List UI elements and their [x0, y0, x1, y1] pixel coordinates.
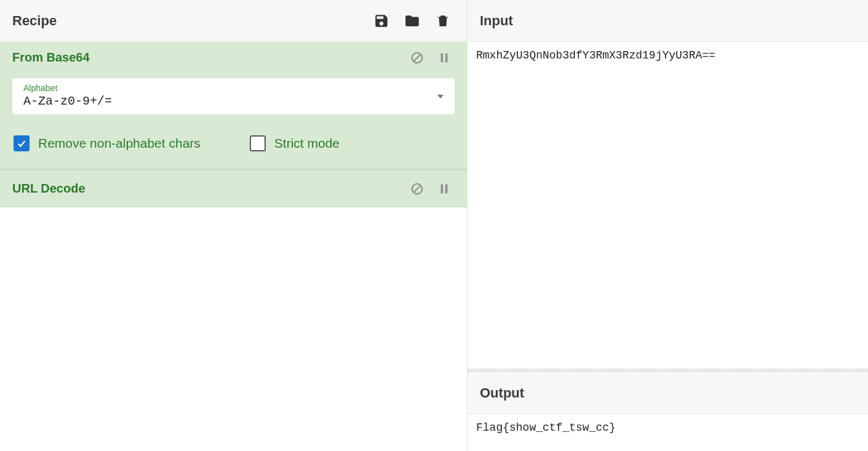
output-header: Output: [468, 372, 868, 414]
output-block: Output Flag{show_ctf_tsw_cc}: [468, 372, 868, 451]
chevron-down-icon: [437, 95, 444, 98]
input-header: Input: [468, 0, 868, 42]
output-title: Output: [480, 385, 524, 401]
svg-line-5: [414, 185, 420, 191]
operation-header: From Base64: [0, 42, 467, 71]
checkbox-unchecked-icon: [250, 135, 266, 151]
save-icon[interactable]: [373, 13, 389, 29]
folder-icon[interactable]: [404, 13, 420, 29]
trash-icon[interactable]: [435, 13, 451, 29]
input-textarea[interactable]: RmxhZyU3QnNob3dfY3RmX3Rzd19jYyU3RA==: [468, 42, 868, 369]
operation-name: URL Decode: [12, 182, 410, 196]
recipe-panel: Recipe From Base64: [0, 0, 468, 451]
checkbox-checked-icon: [14, 135, 30, 151]
svg-rect-3: [445, 53, 448, 62]
output-text[interactable]: Flag{show_ctf_tsw_cc}: [468, 414, 868, 451]
recipe-toolbar: [373, 13, 455, 29]
input-title: Input: [480, 13, 513, 29]
recipe-title: Recipe: [12, 13, 373, 29]
strict-mode-checkbox[interactable]: Strict mode: [250, 135, 340, 151]
remove-non-alphabet-label: Remove non-alphabet chars: [38, 136, 201, 151]
operation-url-decode[interactable]: URL Decode: [0, 170, 467, 207]
alphabet-dropdown[interactable]: Alphabet A-Za-z0-9+/=: [12, 78, 455, 114]
operation-from-base64[interactable]: From Base64 Alphabet A-Za-z0-9+/=: [0, 42, 467, 170]
alphabet-value: A-Za-z0-9+/=: [23, 94, 446, 108]
svg-rect-2: [441, 53, 444, 62]
operation-name: From Base64: [12, 50, 410, 65]
recipe-header: Recipe: [0, 0, 467, 42]
svg-line-1: [414, 54, 420, 60]
operation-body: Alphabet A-Za-z0-9+/= Remove non-alphabe…: [0, 71, 467, 169]
disable-icon[interactable]: [410, 51, 424, 65]
pause-icon[interactable]: [437, 182, 451, 196]
strict-mode-label: Strict mode: [274, 136, 340, 151]
pause-icon[interactable]: [437, 51, 451, 65]
io-panel: Input RmxhZyU3QnNob3dfY3RmX3Rzd19jYyU3RA…: [468, 0, 868, 451]
remove-non-alphabet-checkbox[interactable]: Remove non-alphabet chars: [14, 135, 201, 151]
svg-rect-6: [441, 184, 444, 193]
input-block: Input RmxhZyU3QnNob3dfY3RmX3Rzd19jYyU3RA…: [468, 0, 868, 369]
alphabet-label: Alphabet: [23, 83, 446, 93]
svg-rect-7: [445, 184, 448, 193]
disable-icon[interactable]: [410, 182, 424, 196]
operation-header: URL Decode: [0, 170, 467, 207]
